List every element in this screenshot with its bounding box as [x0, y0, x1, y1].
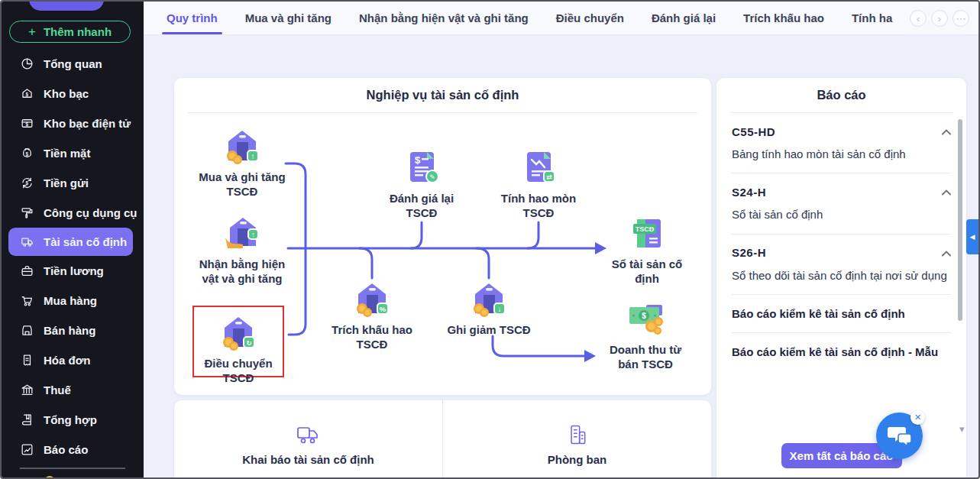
warehouse-percent-icon: % [352, 278, 392, 318]
svg-text:$: $ [26, 92, 29, 98]
node-doanh-thu-tu-ban-tscd[interactable]: $ Doanh thu từ bán TSCĐ [596, 298, 695, 372]
app-logo [29, 2, 104, 11]
tab-scroll-right-button[interactable]: › [931, 10, 948, 27]
sidebar-bottom-icon [44, 476, 55, 477]
node-so-tai-san-co-dinh[interactable]: TSCĐ Sổ tài sản cố định [597, 212, 697, 286]
sidebar-item-tong-hop[interactable]: Tổng hợp [2, 405, 144, 435]
sidebar-item-kho-bac[interactable]: $ Kho bạc [2, 79, 144, 108]
deposit-icon: $ [20, 176, 34, 190]
store-icon [20, 323, 34, 338]
pie-chart-icon [20, 57, 34, 71]
sidebar-item-tien-luong[interactable]: Tiền lương [2, 256, 144, 286]
svg-text:$: $ [26, 180, 29, 186]
sidebar-item-mua-hang[interactable]: Mua hàng [2, 286, 144, 316]
sidebar-item-tai-san-co-dinh[interactable]: Tài sản cố định [8, 228, 133, 256]
svg-text:TSCĐ: TSCĐ [636, 225, 655, 233]
sidebar-item-cong-cu-dung-cu[interactable]: Công cụ dụng cụ [2, 198, 144, 228]
svg-text:↻: ↻ [246, 339, 252, 347]
reports-list: C55-HD Bảng tính hao mòn tài sản cố định… [732, 113, 951, 359]
sidebar-item-label: Tiền mặt [44, 147, 90, 160]
plus-icon: + [28, 24, 36, 40]
warehouse-hand-icon: ↑ [222, 212, 262, 252]
chevron-up-icon[interactable] [942, 246, 951, 260]
shortcut-phong-ban[interactable]: Phòng ban [442, 400, 711, 479]
tab-more-button[interactable]: ⋯ [953, 10, 969, 27]
quick-add-button[interactable]: + Thêm nhanh [9, 21, 131, 43]
sidebar-item-bao-cao[interactable]: Báo cáo [2, 435, 144, 464]
tab-scroll-controls: ‹ › ⋯ [910, 10, 969, 27]
node-ghi-giam-tscd[interactable]: ↓ Ghi giảm TSCĐ [439, 278, 539, 338]
ledger-icon [20, 413, 34, 427]
shortcut-khai-bao-tai-san[interactable]: Khai báo tài sản cố định [174, 400, 442, 479]
chevron-up-icon[interactable] [942, 185, 951, 199]
warehouse-decrease-icon: ↓ [469, 278, 509, 318]
sidebar-item-label: Tài sản cố định [44, 235, 127, 248]
sidebar-nav: Tổng quan $ Kho bạc $ Kho bạc điện tử $ … [2, 49, 144, 464]
sidebar-item-label: Báo cáo [44, 443, 88, 456]
sidebar-item-label: Bán hàng [44, 324, 95, 337]
truck-icon [20, 235, 34, 249]
svg-text:↓: ↓ [498, 305, 502, 313]
tab-dieu-chuyen[interactable]: Điều chuyển [556, 2, 624, 34]
report-item-kiem-ke[interactable]: Báo cáo kiểm kê tài sản cố định [732, 295, 951, 333]
panel-collapse-handle[interactable]: ◀ [966, 219, 978, 254]
tab-mua-va-ghi-tang[interactable]: Mua và ghi tăng [245, 2, 332, 34]
sidebar-item-label: Hóa đơn [44, 354, 91, 367]
sale-revenue-icon: $ [626, 298, 665, 338]
shortcuts-panel: Khai báo tài sản cố định Phòng ban [174, 400, 711, 479]
sidebar-item-thue[interactable]: Thuế [2, 375, 144, 405]
reports-scrollbar-thumb[interactable] [958, 119, 962, 321]
chevron-up-icon[interactable] [942, 125, 951, 138]
report-item-c55-hd[interactable]: C55-HD Bảng tính hao mòn tài sản cố định [732, 113, 951, 173]
main-area: Quy trình Mua và ghi tăng Nhận bằng hiện… [144, 2, 978, 477]
svg-text:$: $ [26, 121, 29, 128]
report-item-kiem-ke-mau-phong-ban[interactable]: Báo cáo kiểm kê tài sản cố định - Mẫu ph… [732, 333, 951, 359]
tab-tinh-hao-mon[interactable]: Tính ha [852, 2, 892, 34]
svg-text:$: $ [642, 312, 646, 320]
asset-ledger-icon: TSCĐ [627, 212, 667, 252]
reports-panel-title: Báo cáo [730, 78, 953, 113]
purse-icon: $ [20, 146, 34, 160]
node-tinh-hao-mon-tscd[interactable]: ⇄ Tính hao mòn TSCĐ [489, 147, 588, 221]
sidebar-item-label: Công cụ dụng cụ [44, 206, 137, 219]
svg-text:$: $ [26, 151, 29, 157]
sidebar-item-label: Kho bạc [44, 87, 89, 100]
sidebar-divider [20, 468, 125, 469]
tab-danh-gia-lai[interactable]: Đánh giá lại [652, 2, 716, 34]
sidebar-item-kho-bac-dien-tu[interactable]: $ Kho bạc điện tử [2, 108, 144, 138]
vault-icon: $ [20, 86, 34, 101]
node-trich-khau-hao-tscd[interactable]: % Trích khấu hao TSCĐ [322, 278, 422, 352]
invoice-icon [20, 353, 34, 367]
node-dieu-chuyen-tscd[interactable]: ↻ Điều chuyển TSCĐ [189, 312, 288, 386]
sidebar-item-tong-quan[interactable]: Tổng quan [2, 49, 144, 79]
node-nhan-bang-hien-vat[interactable]: ↑ Nhận bằng hiện vật và ghi tăng [192, 212, 292, 286]
sidebar-item-label: Tiền lương [44, 264, 104, 277]
node-danh-gia-lai-tscd[interactable]: $ ✎ Đánh giá lại TSCĐ [372, 147, 471, 221]
app-window: + Thêm nhanh Tổng quan $ Kho bạc $ Kho b… [0, 0, 980, 479]
sidebar-item-ban-hang[interactable]: Bán hàng [2, 316, 144, 345]
report-item-s24-h[interactable]: S24-H Sổ tài sản cố định [732, 173, 951, 234]
tab-nhan-bang-hien-vat[interactable]: Nhận bằng hiện vật và ghi tăng [359, 2, 529, 34]
sidebar-item-label: Thuế [44, 384, 71, 396]
svg-text:%: % [380, 305, 387, 313]
node-mua-va-ghi-tang-tscd[interactable]: ↑ Mua và ghi tăng TSCĐ [192, 125, 292, 199]
quick-add-label: Thêm nhanh [44, 25, 112, 38]
paint-roller-icon [20, 206, 34, 220]
sidebar-item-hoa-don[interactable]: Hóa đơn [2, 345, 144, 375]
tab-trich-khau-hao[interactable]: Trích khấu hao [743, 2, 824, 34]
report-item-s26-h[interactable]: S26-H Sổ theo dõi tài sản cố định tại nơ… [732, 235, 951, 295]
cart-icon [20, 293, 34, 308]
process-diagram: ↑ Mua và ghi tăng TSCĐ ↑ Nhận bằng hiện … [174, 78, 711, 395]
chat-close-button[interactable]: ✕ [910, 410, 925, 425]
tab-bar: Quy trình Mua và ghi tăng Nhận bằng hiện… [144, 2, 978, 35]
tab-quy-trinh[interactable]: Quy trình [167, 2, 218, 34]
scroll-down-icon[interactable]: ▾ [959, 423, 965, 435]
svg-text:✎: ✎ [429, 173, 435, 181]
sidebar-item-label: Kho bạc điện tử [44, 117, 131, 130]
process-panel: Nghiệp vụ tài sản cố định [174, 78, 711, 395]
sidebar-item-tien-mat[interactable]: $ Tiền mặt [2, 138, 144, 168]
svg-text:$: $ [415, 154, 421, 166]
document-revalue-icon: $ ✎ [402, 147, 441, 186]
sidebar-item-tien-gui[interactable]: $ Tiền gửi [2, 168, 144, 198]
tab-scroll-left-button[interactable]: ‹ [910, 10, 927, 27]
